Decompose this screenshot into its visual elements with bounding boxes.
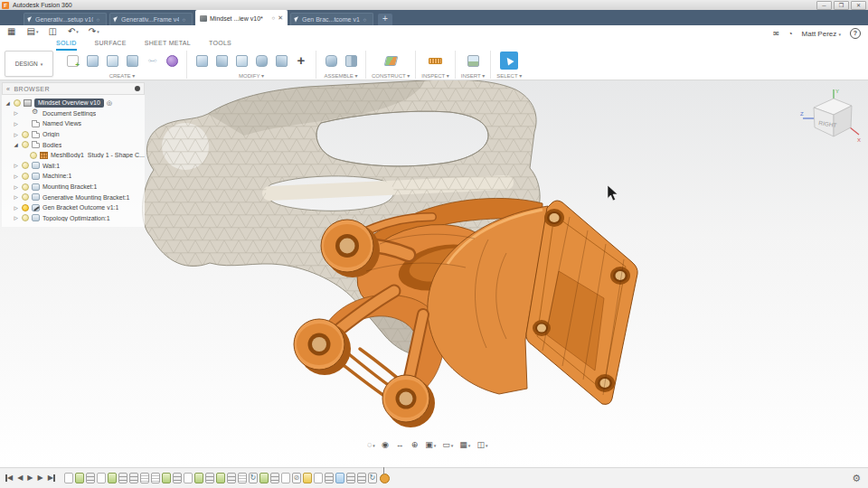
browser-item-label[interactable]: Machine:1 [42,173,71,179]
ribbon-tab[interactable]: SHEET METAL [145,40,191,51]
timeline-feature[interactable] [216,473,225,483]
browser-item[interactable]: Mindset Overview v10 ◎ [2,98,145,108]
timeline-feature[interactable] [108,473,117,483]
timeline-feature[interactable] [129,473,138,483]
browser-item-label[interactable]: Gen Bracket Outcome v1:1 [42,204,118,211]
visibility-bulb-icon[interactable] [22,204,29,211]
fit-icon[interactable]: ▣▾ [425,440,436,449]
browser-item[interactable]: Document Settings ◎ [2,108,145,119]
browser-item[interactable]: MeshBody1_Study 1 - Shape C... ◎ [2,150,145,161]
visibility-bulb-icon[interactable] [14,99,21,107]
timeline-feature[interactable] [368,473,377,483]
workspace-selector[interactable]: DESIGN ▾ [5,51,53,77]
ribbon-group-label[interactable]: ASSEMBLE ▾ [324,72,357,79]
browser-item-label[interactable]: Wall:1 [42,163,60,169]
ribbon-group-label[interactable]: CREATE ▾ [109,72,136,79]
timeline-playhead[interactable] [380,474,390,483]
visibility-bulb-icon[interactable] [22,183,29,191]
timeline-feature[interactable] [314,473,323,483]
measure-icon[interactable] [427,52,445,70]
timeline-feature[interactable] [151,473,160,483]
browser-item[interactable]: Bodies ◎ [2,139,145,150]
play-button[interactable]: ▶ [27,474,33,483]
timeline-feature[interactable] [162,473,171,483]
visibility-bulb-icon[interactable] [30,152,37,159]
timeline-feature[interactable] [173,473,182,483]
pipe-icon[interactable] [143,52,161,70]
revolve-icon[interactable] [103,52,121,70]
browser-item-label[interactable]: Topology Optimization:1 [42,215,110,221]
visibility-bulb-icon[interactable] [22,173,29,180]
extrude-icon[interactable] [83,52,101,70]
browser-item[interactable]: Generative Mounting Bracket:1 ◎ [2,192,145,202]
viewports-icon[interactable]: ◫▾ [476,440,487,449]
pan-icon[interactable]: ↔ [396,440,405,449]
timeline-feature[interactable] [140,473,149,483]
3d-viewport[interactable]: « BROWSER Mindset Overview v10 ◎ [0,80,868,467]
create-sketch-icon[interactable] [63,52,81,70]
timeline-feature[interactable] [205,473,214,483]
timeline-settings-icon[interactable]: ⚙ [852,473,861,484]
insert-image-icon[interactable] [464,52,482,70]
browser-item[interactable]: Gen Bracket Outcome v1:1 ◎ [2,202,145,213]
browser-item-label[interactable]: Named Views [42,120,81,127]
expand-arrow-icon[interactable] [12,110,20,116]
tab-close-icon[interactable]: ✕ [278,14,283,22]
timeline-feature[interactable] [292,473,301,483]
timeline-feature[interactable] [194,473,203,483]
expand-arrow-icon[interactable] [12,121,20,127]
document-tab[interactable]: Mindset ...iew v10* ○ ✕ [195,10,288,25]
timeline-feature[interactable] [281,473,290,483]
comment-icon[interactable]: ✉ [773,30,779,38]
shell-icon[interactable] [232,52,250,70]
expand-arrow-icon[interactable] [12,163,20,168]
file-icon[interactable]: ▤▾ [26,26,38,36]
expand-arrow-icon[interactable] [12,184,20,190]
minimize-button[interactable]: ─ [816,1,832,10]
browser-item[interactable]: Machine:1 ◎ [2,171,145,182]
orbit-icon[interactable]: ◌▾ [367,440,375,449]
app-grid-icon[interactable]: ▦ [7,26,16,36]
timeline-feature[interactable] [64,473,73,483]
ribbon-group-label[interactable]: INSERT ▾ [461,72,485,79]
browser-item[interactable]: Wall:1 ◎ [2,161,145,172]
sweep-icon[interactable] [123,52,141,70]
expand-arrow-icon[interactable] [12,215,20,221]
ribbon-tab[interactable]: SOLID [56,40,77,51]
skip-to-end-button[interactable]: ▶ [48,474,53,483]
browser-item-label[interactable]: Generative Mounting Bracket:1 [42,194,130,201]
document-tab[interactable]: Gen Brac...tcome v1 ○ [290,13,373,25]
document-tab[interactable]: Generativ...setup v10 ○ [24,13,107,25]
visibility-bulb-icon[interactable] [22,162,29,169]
timeline-feature[interactable] [238,473,247,483]
document-tab[interactable]: Generativ...Frame v4 ○ [109,13,193,25]
timeline-feature[interactable] [227,473,236,483]
timeline-feature[interactable] [357,473,366,483]
browser-item-label[interactable]: Mindset Overview v10 [34,99,104,108]
browser-item[interactable]: Named Views ◎ [2,118,145,129]
timeline-feature[interactable] [249,473,258,483]
timeline-feature[interactable] [97,473,106,483]
user-menu[interactable]: Matt Perez ▾ [802,30,841,38]
maximize-button[interactable]: ❐ [834,1,849,10]
display-mode-icon[interactable] [135,86,140,91]
step-forward-button[interactable]: ▶ [37,474,42,483]
timeline-feature[interactable] [86,473,95,483]
skip-to-start-button[interactable]: ◀ [7,474,13,483]
timeline-feature[interactable] [335,473,344,483]
visibility-bulb-icon[interactable] [22,131,29,138]
help-icon[interactable]: ? [850,28,861,39]
step-back-button[interactable]: ◀ [17,474,23,483]
new-component-icon[interactable] [322,52,340,70]
grid-snaps-icon[interactable]: ▦▾ [459,440,470,449]
expand-arrow-icon[interactable] [4,100,12,106]
save-icon[interactable]: ◫ [48,26,57,36]
offset-face-icon[interactable] [272,52,290,70]
visibility-bulb-icon[interactable] [22,214,29,221]
expand-arrow-icon[interactable] [12,132,20,137]
ribbon-group-label[interactable]: MODIFY ▾ [239,72,264,79]
select-icon[interactable] [500,52,518,70]
fillet-icon[interactable] [212,52,231,70]
create-form-icon[interactable] [163,52,181,70]
timeline-feature[interactable] [118,473,127,483]
